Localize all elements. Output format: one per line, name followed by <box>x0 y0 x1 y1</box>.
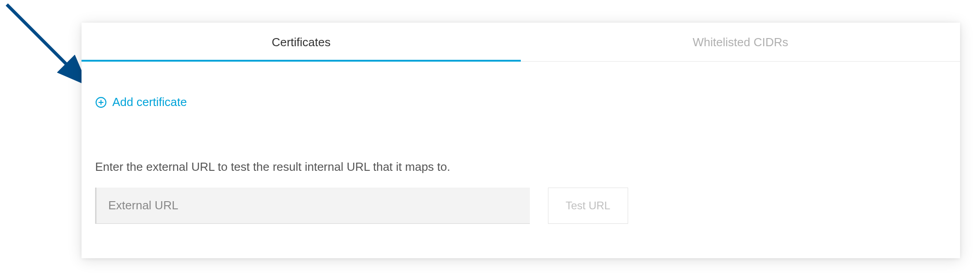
add-certificate-button[interactable]: Add certificate <box>95 95 187 109</box>
external-url-input[interactable] <box>95 188 530 224</box>
tab-certificates[interactable]: Certificates <box>82 23 521 61</box>
tab-bar: Certificates Whitelisted CIDRs <box>82 23 960 62</box>
pointer-arrow-annotation <box>2 0 93 91</box>
certificates-panel: Certificates Whitelisted CIDRs Add certi… <box>82 23 960 258</box>
add-certificate-label: Add certificate <box>112 95 187 109</box>
plus-circle-icon <box>95 97 107 108</box>
test-url-description: Enter the external URL to test the resul… <box>95 160 946 174</box>
tab-label: Whitelisted CIDRs <box>693 35 788 49</box>
test-url-row: Test URL <box>95 188 946 224</box>
tab-content: Add certificate Enter the external URL t… <box>82 62 960 237</box>
svg-line-1 <box>7 5 84 82</box>
test-url-button[interactable]: Test URL <box>548 188 628 224</box>
tab-label: Certificates <box>272 35 331 49</box>
tab-whitelisted-cidrs[interactable]: Whitelisted CIDRs <box>521 23 960 61</box>
